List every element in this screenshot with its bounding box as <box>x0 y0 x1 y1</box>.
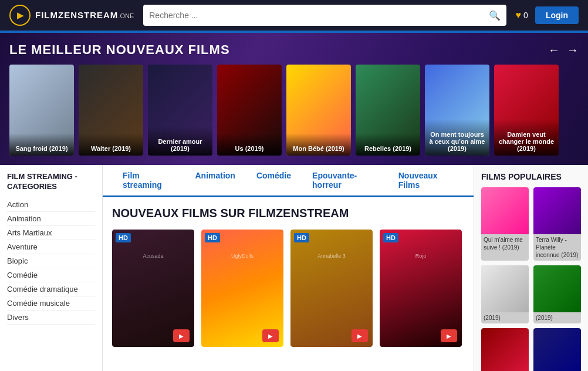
film-card[interactable]: HD Acusada ▶ <box>112 230 194 347</box>
search-button[interactable]: 🔍 <box>489 10 501 21</box>
film-poster: HD Rojo ▶ <box>380 230 462 347</box>
site-header: ▶ FILMZENSTREAM.ONE 🔍 ♥ 0 Login <box>0 0 588 31</box>
movie-card-title: Rebelles (2019) <box>359 145 417 152</box>
popular-film-card[interactable]: (2019) <box>481 265 529 323</box>
hero-movies-row: Sang froid (2019)Walter (2019)Dernier am… <box>9 65 579 156</box>
sidebar-title: FILM STREAMING - CATEGORIES <box>7 172 95 192</box>
wishlist-count: 0 <box>523 11 528 20</box>
hero-movie-card[interactable]: Mon Bébé (2019) <box>286 65 351 156</box>
popular-poster <box>481 265 529 312</box>
content-area: Film streamingAnimationComédieEpouvante-… <box>103 165 474 371</box>
sidebar-item[interactable]: Comédie musicale <box>7 296 95 311</box>
sidebar-item[interactable]: Aventure <box>7 240 95 254</box>
film-poster: HD Annabelle 3 ▶ <box>290 230 373 347</box>
hd-badge: HD <box>294 233 309 242</box>
login-button[interactable]: Login <box>535 6 579 24</box>
header-right: ♥ 0 Login <box>516 6 579 24</box>
movie-card-title: Walter (2019) <box>82 145 140 152</box>
movie-card-title: On ment toujours à ceux qu'on aime (2019… <box>428 131 486 152</box>
hero-movie-card[interactable]: Sang froid (2019) <box>9 65 74 156</box>
popular-poster <box>533 328 581 371</box>
content-section: NOUVEAUX FILMS sur FILMZENSTREAM HD Acus… <box>103 197 474 356</box>
hd-badge: HD <box>383 233 398 242</box>
hero-prev-button[interactable]: ← <box>548 43 560 57</box>
movie-card-title: Damien veut changer le monde (2019) <box>498 131 555 152</box>
play-button[interactable]: ▶ <box>352 329 368 342</box>
movie-card-title: Dernier amour (2019) <box>151 138 209 152</box>
hero-title: LE MEILLEUR NOUVEAUX FILMS <box>9 42 230 58</box>
heart-icon: ♥ <box>516 10 522 21</box>
movie-card-title: Us (2019) <box>221 145 278 152</box>
popular-film-title: Terra Willy - Planète inconnue (2019) <box>533 234 581 261</box>
films-grid: HD Acusada ▶ HD UglyDolls ▶ HD Annabelle… <box>112 230 464 347</box>
popular-film-title: (2019) <box>533 312 581 323</box>
tab-epouvante-horreur[interactable]: Epouvante-horreur <box>302 165 388 195</box>
popular-poster <box>533 187 581 234</box>
tab-animation[interactable]: Animation <box>184 165 245 195</box>
sidebar-item[interactable]: Action <box>7 198 95 212</box>
search-input[interactable] <box>149 11 488 20</box>
play-button[interactable]: ▶ <box>441 329 457 342</box>
film-card[interactable]: HD Annabelle 3 ▶ <box>290 230 373 347</box>
section-title: NOUVEAUX FILMS sur FILMZENSTREAM <box>112 207 464 220</box>
film-poster: HD UglyDolls ▶ <box>201 230 283 347</box>
popular-poster <box>481 328 529 371</box>
popular-film-card[interactable]: Terra Willy - Planète inconnue (2019) <box>533 187 581 261</box>
tabs-bar: Film streamingAnimationComédieEpouvante-… <box>103 165 474 197</box>
play-button[interactable]: ▶ <box>262 329 279 342</box>
movie-card-title: Sang froid (2019) <box>13 145 70 152</box>
hero-movie-card[interactable]: On ment toujours à ceux qu'on aime (2019… <box>425 65 489 156</box>
popular-film-card[interactable]: (2019) <box>481 328 529 371</box>
hero-nav: ← → <box>548 43 579 57</box>
play-button[interactable]: ▶ <box>173 329 190 342</box>
sidebar-item[interactable]: Divers <box>7 311 95 325</box>
tab-film-streaming[interactable]: Film streaming <box>112 165 184 197</box>
popular-film-card[interactable]: La lutte des classes <box>533 328 581 371</box>
tab-nouveaux-films[interactable]: Nouveaux Films <box>388 165 464 195</box>
sidebar-items: ActionAnimationArts MartiauxAventureBiop… <box>7 198 95 325</box>
popular-film-card[interactable]: Qui m'aime me suive ! (2019) <box>481 187 529 261</box>
hero-movie-card[interactable]: Us (2019) <box>217 65 282 156</box>
tab-com-die[interactable]: Comédie <box>246 165 302 195</box>
sidebar-item[interactable]: Comédie <box>7 268 95 282</box>
popular-poster <box>481 187 529 234</box>
film-card[interactable]: HD UglyDolls ▶ <box>201 230 283 347</box>
hd-badge: HD <box>116 233 131 242</box>
hero-content: LE MEILLEUR NOUVEAUX FILMS ← → Sang froi… <box>9 42 579 156</box>
popular-poster <box>533 265 581 312</box>
popular-film-card[interactable]: (2019) <box>533 265 581 323</box>
hd-badge: HD <box>205 233 220 242</box>
film-poster: HD Acusada ▶ <box>112 230 194 347</box>
hero-next-button[interactable]: → <box>567 43 579 57</box>
hero-header: LE MEILLEUR NOUVEAUX FILMS ← → <box>9 42 579 58</box>
hero-movie-card[interactable]: Dernier amour (2019) <box>148 65 212 156</box>
film-card[interactable]: HD Rojo ▶ <box>380 230 462 347</box>
popular-film-title: Qui m'aime me suive ! (2019) <box>481 234 529 253</box>
popular-sidebar: FILMS POPULAIRES Qui m'aime me suive ! (… <box>474 165 588 371</box>
sidebar-item[interactable]: Animation <box>7 212 95 226</box>
hero-movie-card[interactable]: Walter (2019) <box>79 65 143 156</box>
movie-card-title: Mon Bébé (2019) <box>290 145 347 152</box>
hero-movie-card[interactable]: Damien veut changer le monde (2019) <box>494 65 559 156</box>
main-layout: FILM STREAMING - CATEGORIES ActionAnimat… <box>0 165 588 371</box>
popular-title: FILMS POPULAIRES <box>481 172 581 181</box>
sidebar: FILM STREAMING - CATEGORIES ActionAnimat… <box>0 165 103 371</box>
sidebar-item[interactable]: Biopic <box>7 254 95 268</box>
wishlist-area[interactable]: ♥ 0 <box>516 10 528 21</box>
hero-banner: LE MEILLEUR NOUVEAUX FILMS ← → Sang froi… <box>0 33 588 165</box>
hero-movie-card[interactable]: Rebelles (2019) <box>356 65 420 156</box>
logo-icon: ▶ <box>9 5 31 26</box>
sidebar-item[interactable]: Arts Martiaux <box>7 226 95 240</box>
sidebar-item[interactable]: Comédie dramatique <box>7 282 95 296</box>
popular-grid: Qui m'aime me suive ! (2019) Terra Willy… <box>481 187 581 371</box>
logo-text: FILMZENSTREAM.ONE <box>35 10 134 21</box>
popular-film-title: (2019) <box>481 312 529 323</box>
logo[interactable]: ▶ FILMZENSTREAM.ONE <box>9 5 134 26</box>
search-bar: 🔍 <box>143 5 506 26</box>
